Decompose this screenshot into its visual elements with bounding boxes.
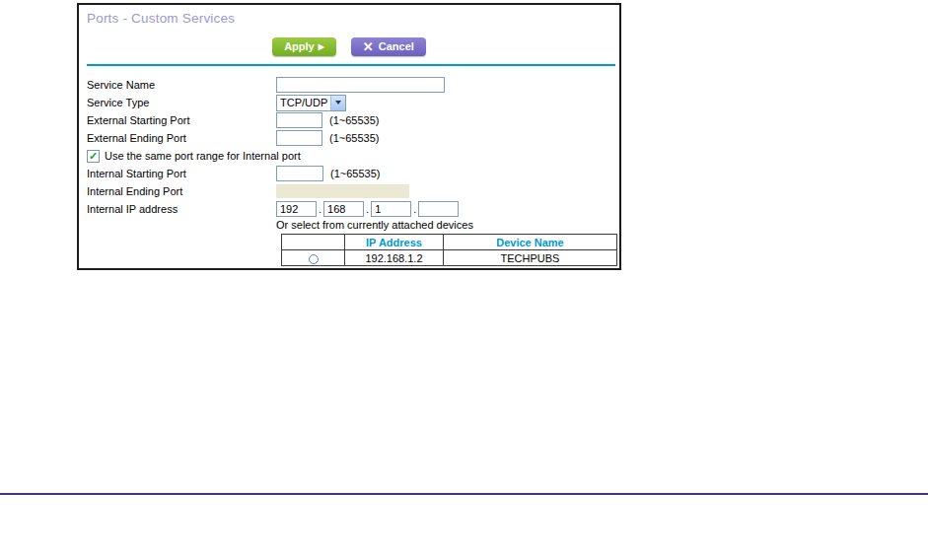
- attached-devices-note: Or select from currently attached device…: [276, 218, 617, 232]
- custom-service-form: Service Name Service Type TCP/UDP Extern…: [87, 76, 617, 266]
- external-ending-port-input[interactable]: [276, 130, 322, 146]
- device-radio-button[interactable]: [309, 254, 319, 264]
- device-name-column-header: Device Name: [444, 235, 617, 250]
- close-x-icon: ✕: [363, 37, 374, 56]
- cancel-button-label: Cancel: [379, 37, 414, 56]
- section-divider: [87, 64, 615, 66]
- service-type-selected-value: TCP/UDP: [277, 97, 330, 108]
- same-port-range-label: Use the same port range for Internal por…: [105, 150, 301, 162]
- arrow-right-icon: ▶: [319, 37, 324, 56]
- custom-services-panel: Ports - Custom Services Apply ▶ ✕ Cancel…: [77, 3, 621, 270]
- device-ip-cell: 192.168.1.2: [345, 250, 444, 266]
- ip-octet-1-input[interactable]: [276, 201, 317, 217]
- attached-devices-table: IP Address Device Name 192.168.1.2 TECHP…: [281, 234, 617, 266]
- chevron-down-icon[interactable]: [330, 96, 345, 110]
- ip-address-column-header: IP Address: [345, 235, 444, 250]
- internal-starting-port-row: Internal Starting Port (1~65535): [87, 165, 617, 182]
- ip-dot-separator: .: [413, 203, 416, 215]
- ip-dot-separator: .: [366, 203, 369, 215]
- service-name-row: Service Name: [87, 76, 617, 94]
- service-type-row: Service Type TCP/UDP: [87, 94, 617, 111]
- external-starting-port-input[interactable]: [276, 112, 322, 128]
- table-row: 192.168.1.2 TECHPUBS: [282, 250, 617, 266]
- select-column-header: [282, 235, 345, 250]
- internal-ending-port-row: Internal Ending Port: [87, 182, 617, 200]
- service-name-label: Service Name: [87, 79, 276, 91]
- action-button-row: Apply ▶ ✕ Cancel: [79, 37, 619, 56]
- port-range-hint: (1~65535): [330, 168, 380, 179]
- page-title: Ports - Custom Services: [87, 11, 235, 26]
- port-range-hint: (1~65535): [329, 132, 379, 144]
- same-port-range-checkbox[interactable]: ✓: [87, 150, 100, 163]
- external-starting-port-label: External Starting Port: [87, 114, 276, 126]
- port-range-hint: (1~65535): [329, 114, 379, 126]
- table-header-row: IP Address Device Name: [282, 235, 617, 250]
- internal-ending-port-label: Internal Ending Port: [87, 185, 276, 197]
- ip-octet-4-input[interactable]: [418, 201, 459, 217]
- ip-octet-2-input[interactable]: [323, 201, 364, 217]
- internal-starting-port-label: Internal Starting Port: [87, 168, 276, 179]
- internal-ending-port-disabled-field: [276, 184, 409, 198]
- external-ending-port-label: External Ending Port: [87, 132, 276, 144]
- device-select-cell: [282, 250, 345, 266]
- cancel-button[interactable]: ✕ Cancel: [351, 37, 426, 56]
- external-ending-port-row: External Ending Port (1~65535): [87, 129, 617, 147]
- apply-button[interactable]: Apply ▶: [272, 37, 336, 56]
- ip-dot-separator: .: [319, 203, 321, 215]
- internal-starting-port-input: [276, 166, 323, 181]
- internal-ip-row: Internal IP address . . .: [87, 200, 617, 218]
- ip-octet-3-input[interactable]: [371, 201, 411, 217]
- service-type-select[interactable]: TCP/UDP: [276, 95, 346, 111]
- apply-button-label: Apply: [284, 37, 315, 56]
- page-footer-divider: [0, 493, 928, 495]
- external-starting-port-row: External Starting Port (1~65535): [87, 111, 617, 129]
- internal-ip-label: Internal IP address: [87, 203, 276, 215]
- device-name-cell: TECHPUBS: [444, 250, 617, 266]
- same-port-range-row: ✓ Use the same port range for Internal p…: [87, 147, 617, 165]
- service-type-label: Service Type: [87, 97, 276, 108]
- service-name-input[interactable]: [276, 77, 445, 93]
